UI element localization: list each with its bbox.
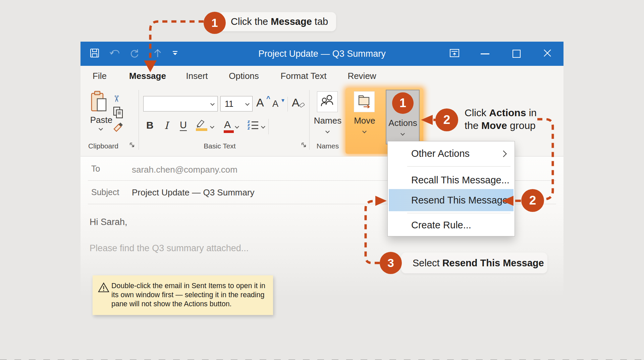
mini-separator — [268, 119, 269, 134]
body-line-2[interactable]: Please find the Q3 summary attached... — [90, 243, 249, 254]
minimize-button[interactable] — [478, 48, 492, 60]
numbered-list-button[interactable] — [248, 120, 259, 132]
tab-message[interactable]: Message — [129, 66, 166, 87]
chevron-down-icon — [325, 129, 330, 133]
maximize-button[interactable] — [510, 48, 523, 60]
close-button[interactable] — [541, 48, 554, 60]
format-painter-icon[interactable] — [112, 121, 125, 135]
bold-button[interactable]: B — [146, 120, 154, 131]
highlight-pen-icon — [195, 119, 207, 129]
undo-icon — [109, 48, 120, 60]
note-line-1: Double-click the email in Sent Items to … — [111, 281, 265, 290]
send-button[interactable] — [152, 48, 164, 60]
tab-options[interactable]: Options — [229, 66, 259, 87]
step2-menu-badge: 2 — [521, 189, 544, 212]
menu-item-create-rule[interactable]: Create Rule... — [388, 214, 515, 236]
save-button[interactable] — [89, 48, 101, 60]
menu-item-other-actions[interactable]: Other Actions — [388, 141, 515, 166]
note-line-3: pane will not show the Actions button. — [111, 300, 232, 309]
move-button[interactable] — [354, 91, 375, 112]
italic-button[interactable]: I — [164, 120, 168, 131]
to-field-label: To — [91, 164, 100, 174]
ribbon-tab-row: File Message Insert Options Format Text … — [80, 66, 564, 87]
chevron-down-icon — [245, 101, 250, 106]
step2-text-line2: the Move group — [465, 119, 537, 132]
step1-text: Click the Message tab — [231, 12, 328, 31]
menu-item-resend-this-message[interactable]: Resend This Message — [388, 189, 515, 211]
customize-qat-button[interactable] — [169, 48, 181, 60]
step3-badge: 3 — [380, 252, 402, 274]
paste-button[interactable] — [91, 91, 108, 114]
paste-clipboard-icon — [91, 108, 108, 114]
step1-badge-on-actions: 1 — [392, 92, 414, 114]
highlight-color-bar — [196, 128, 207, 131]
tab-file[interactable]: File — [93, 66, 107, 87]
chevron-down-icon — [210, 101, 215, 106]
menu-separator — [407, 213, 511, 213]
chevron-down-icon[interactable] — [210, 124, 214, 129]
clear-formatting-button[interactable]: A — [292, 96, 300, 109]
tab-format-text[interactable]: Format Text — [281, 66, 327, 87]
menu-item-recall-this-message[interactable]: Recall This Message... — [388, 168, 515, 192]
note-line-2: its own window first — selecting it in t… — [111, 290, 265, 300]
step3-text: Select Resend This Message — [413, 253, 544, 273]
names-label: Names — [314, 116, 341, 126]
close-icon — [543, 49, 551, 58]
save-icon — [89, 48, 100, 60]
tab-review[interactable]: Review — [347, 66, 376, 87]
warning-note: Double-click the email in Sent Items to … — [93, 275, 273, 315]
warning-icon — [98, 282, 109, 294]
actions-dropdown-menu: Other Actions Recall This Message... Res… — [387, 141, 515, 236]
step1-label-pill: Click the Message tab — [218, 12, 336, 31]
chevron-down-icon[interactable] — [99, 126, 103, 131]
basic-text-dialog-launcher[interactable] — [301, 142, 307, 148]
cut-icon[interactable]: ✂ — [111, 95, 122, 103]
clear-formatting-icon: A — [292, 96, 300, 109]
actions-label: Actions — [388, 118, 417, 128]
names-button[interactable] — [317, 91, 338, 112]
subject-field-label: Subject — [91, 187, 119, 197]
font-color-button[interactable]: A — [224, 119, 231, 130]
font-name-combo[interactable] — [143, 96, 218, 111]
highlight-color-button[interactable] — [195, 119, 207, 130]
tutorial-canvas: Project Update — Q3 Summary — [0, 0, 644, 360]
basic-text-group-label: Basic Text — [204, 142, 235, 150]
people-icon — [320, 94, 335, 109]
ribbon-display-options-button[interactable] — [448, 48, 461, 60]
step2-badge: 2 — [435, 108, 458, 131]
submenu-chevron-icon — [500, 150, 507, 157]
grow-font-button[interactable]: A^ — [256, 96, 264, 109]
chevron-down-icon[interactable] — [261, 124, 265, 129]
undo-button[interactable] — [109, 48, 121, 60]
font-color-icon: A — [224, 119, 231, 130]
minimize-icon — [481, 53, 489, 54]
names-group-label: Names — [317, 142, 339, 150]
underline-button[interactable]: U — [180, 120, 187, 131]
tab-insert[interactable]: Insert — [186, 66, 208, 87]
font-color-bar — [224, 130, 234, 133]
shrink-font-button[interactable]: A▼ — [272, 99, 278, 109]
paste-label: Paste — [90, 115, 113, 125]
redo-button[interactable] — [128, 48, 140, 60]
step1-badge: 1 — [204, 12, 226, 34]
titlebar[interactable]: Project Update — Q3 Summary — [80, 42, 564, 66]
body-line-1[interactable]: Hi Sarah, — [90, 217, 127, 227]
maximize-icon — [513, 50, 521, 58]
ribbon-display-options-icon — [449, 49, 460, 59]
clipboard-dialog-launcher[interactable] — [129, 142, 135, 148]
group-separator — [309, 90, 310, 150]
step2-text: Click Actions in the Move group — [465, 106, 537, 132]
chevron-down-icon[interactable] — [235, 124, 239, 129]
redo-icon — [129, 48, 140, 60]
move-label: Move — [354, 116, 375, 126]
font-size-value: 11 — [225, 99, 233, 109]
group-separator — [139, 90, 139, 150]
subject-field-value[interactable]: Project Update — Q3 Summary — [132, 187, 255, 198]
step2-text-line1: Click Actions in — [465, 106, 537, 119]
to-field-value[interactable]: sarah.chen@company.com — [132, 165, 237, 175]
step3-label-pill: Select Resend This Message — [401, 253, 547, 273]
font-size-combo[interactable]: 11 — [220, 96, 253, 111]
mini-separator — [287, 97, 288, 111]
copy-icon[interactable] — [113, 106, 124, 120]
chevron-down-icon — [172, 50, 178, 57]
